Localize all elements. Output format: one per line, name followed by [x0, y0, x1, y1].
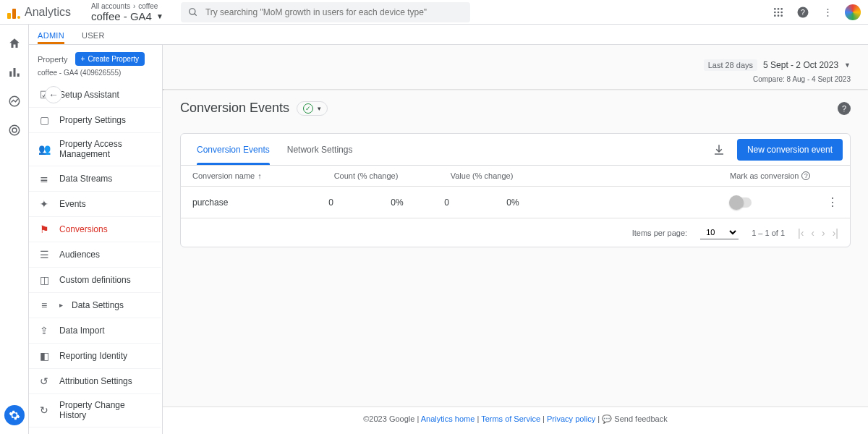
property-label: Property	[38, 55, 68, 64]
sidebar-item-custom-definitions[interactable]: ◫ Custom definitions	[29, 268, 161, 293]
info-icon[interactable]: ?	[801, 171, 810, 180]
pager: Items per page: 10 1 – 1 of 1 |‹ ‹ › ›|	[181, 218, 850, 247]
analytics-logo[interactable]: Analytics	[7, 6, 71, 19]
rail-admin[interactable]	[4, 405, 25, 425]
sidebar-item-data-import[interactable]: ⇪ Data Import	[29, 318, 161, 344]
col-value[interactable]: Value (% change)	[424, 171, 540, 180]
sidebar-item-property-settings[interactable]: ▢ Property Settings	[29, 108, 161, 133]
mark-toggle[interactable]	[730, 197, 752, 208]
chevron-right-icon: ▸	[59, 301, 63, 309]
breadcrumb: All accounts › coffee	[91, 2, 163, 10]
help-icon[interactable]: ?	[838, 102, 851, 115]
sidebar-item-data-streams[interactable]: ≣ Data Streams	[29, 166, 161, 192]
cell-name[interactable]: purchase	[192, 197, 308, 208]
page-prev-icon[interactable]: ‹	[811, 227, 814, 239]
breadcrumb-account: coffee	[138, 2, 158, 10]
status-pill[interactable]: ✓ ▾	[297, 101, 328, 116]
sidebar-item-attribution[interactable]: ↺ Attribution Settings	[29, 369, 161, 394]
footer-tos-link[interactable]: Terms of Service	[481, 414, 540, 423]
sidebar-item-events[interactable]: ✦ Events	[29, 192, 161, 217]
svg-line-1	[195, 13, 197, 15]
table-header: Conversion name ↑ Count (% change) Value…	[181, 166, 850, 187]
col-mark-label: Mark as conversion	[730, 171, 799, 180]
sidebar-item-data-settings[interactable]: ≡ ▸ Data Settings	[29, 293, 161, 318]
svg-point-10	[780, 14, 783, 17]
col-name[interactable]: Conversion name ↑	[192, 171, 308, 180]
footer-privacy-link[interactable]: Privacy policy	[547, 414, 595, 423]
chevron-right-icon: ›	[133, 2, 135, 10]
upload-icon: ⇪	[38, 324, 51, 337]
sidebar-item-label: Data Streams	[59, 174, 112, 184]
help-icon[interactable]: ?	[796, 5, 810, 20]
collapse-sidebar-button[interactable]: ←	[45, 86, 62, 103]
svg-point-7	[780, 11, 783, 13]
apps-icon[interactable]	[771, 5, 786, 20]
sidebar-item-label: Data Import	[59, 326, 105, 336]
sidebar-item-deletion-requests[interactable]: Dd Data Deletion Requests	[29, 427, 161, 434]
more-vert-icon[interactable]: ⋮	[820, 5, 835, 20]
footer-feedback[interactable]: Send feedback	[614, 414, 667, 423]
attribution-icon: ↺	[38, 375, 51, 388]
caret-down-icon: ▼	[156, 12, 163, 20]
svg-point-5	[774, 11, 776, 13]
footer: ©2023 Google | Analytics home | Terms of…	[163, 407, 868, 434]
history-icon: ↻	[38, 404, 51, 417]
page-header: Conversion Events ✓ ▾ ?	[163, 90, 868, 126]
new-conversion-button[interactable]: New conversion event	[737, 139, 843, 161]
sort-up-icon: ↑	[258, 171, 262, 180]
page-first-icon[interactable]: |‹	[798, 227, 804, 239]
date-range: 5 Sept - 2 Oct 2023	[763, 60, 838, 70]
caret-down-icon: ▾	[318, 105, 321, 112]
tab-user[interactable]: USER	[82, 31, 105, 44]
tab-conversion-events[interactable]: Conversion Events	[188, 134, 278, 165]
events-icon: ✦	[38, 197, 51, 210]
pager-range: 1 – 1 of 1	[752, 229, 785, 237]
sidebar-item-label: Setup Assistant	[59, 90, 119, 100]
page-last-icon[interactable]: ›|	[833, 227, 838, 239]
sidebar-item-conversions[interactable]: ⚑ Conversions	[29, 217, 161, 242]
sidebar-item-label: Attribution Settings	[59, 376, 132, 386]
svg-point-6	[778, 11, 780, 13]
search-input[interactable]	[205, 7, 463, 17]
col-count[interactable]: Count (% change)	[308, 171, 424, 180]
sidebar-item-audiences[interactable]: ☰ Audiences	[29, 242, 161, 268]
arrow-left-icon: ←	[48, 89, 59, 101]
sidebar-item-label: Property Change History	[59, 400, 152, 421]
gear-icon[interactable]	[4, 405, 25, 425]
sidebar-item-reporting-identity[interactable]: ◧ Reporting Identity	[29, 344, 161, 369]
rail-explore[interactable]	[6, 93, 23, 110]
sidebar-item-label: Audiences	[59, 250, 100, 260]
page-next-icon[interactable]: ›	[822, 227, 825, 239]
sidebar-item-access-management[interactable]: 👥 Property Access Management	[29, 133, 161, 166]
identity-icon: ◧	[38, 349, 51, 362]
sidebar-item-label: Events	[59, 199, 86, 209]
date-picker[interactable]: Last 28 days 5 Sept - 2 Oct 2023 ▼	[163, 45, 868, 75]
avatar[interactable]	[845, 4, 861, 20]
page-size-select[interactable]: 10	[700, 226, 739, 239]
settings-icon: ▢	[38, 114, 51, 127]
header-right: ? ⋮	[771, 4, 861, 20]
footer-home-link[interactable]: Analytics home	[421, 414, 475, 423]
download-icon[interactable]	[712, 143, 726, 156]
plus-icon: +	[81, 55, 85, 63]
create-property-label: Create Property	[88, 55, 139, 63]
cell-value: 0 0%	[424, 197, 540, 208]
row-menu-icon[interactable]: ⋮	[827, 196, 838, 208]
pager-label: Items per page:	[632, 229, 687, 237]
sidebar-item-label: Data Settings	[72, 300, 124, 310]
top-header: Analytics All accounts › coffee coffee -…	[0, 0, 868, 25]
rail-home[interactable]	[6, 35, 23, 52]
account-switcher[interactable]: All accounts › coffee coffee - GA4 ▼	[84, 0, 171, 24]
footer-copyright: ©2023 Google	[363, 414, 414, 423]
svg-point-18	[12, 128, 17, 132]
sidebar-item-change-history[interactable]: ↻ Property Change History	[29, 394, 161, 427]
rail-advertising[interactable]	[6, 122, 23, 139]
layout: ADMIN USER ← Property + Create Property	[0, 25, 868, 434]
search-bar[interactable]	[181, 2, 470, 22]
tab-admin[interactable]: ADMIN	[38, 31, 64, 44]
create-property-button[interactable]: + Create Property	[75, 52, 145, 66]
tab-network-settings[interactable]: Network Settings	[278, 134, 362, 165]
svg-point-4	[780, 8, 783, 10]
rail-reports[interactable]	[6, 64, 23, 81]
svg-point-8	[774, 14, 776, 17]
